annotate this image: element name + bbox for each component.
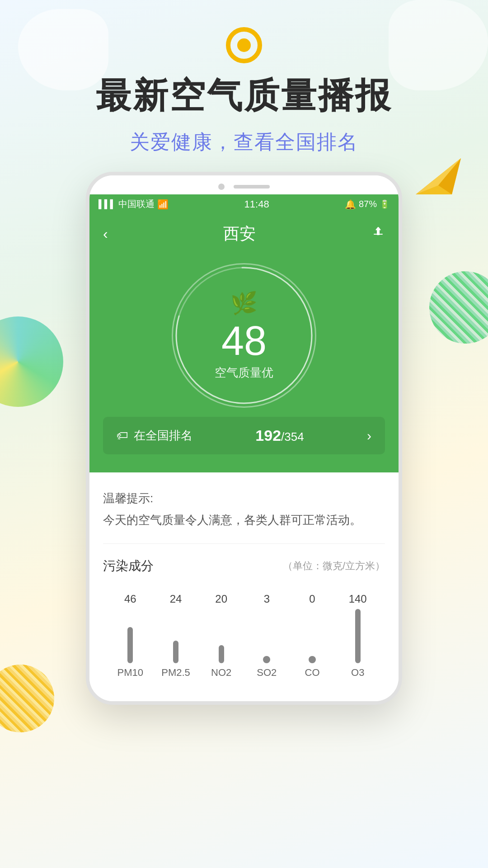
battery-percent: 87% xyxy=(359,199,377,209)
pollutant-bar-container xyxy=(173,609,178,663)
pollutant-value: 140 xyxy=(349,593,367,605)
aqi-value: 48 xyxy=(221,321,267,361)
pollutant-bar-container xyxy=(127,609,133,663)
city-title: 西安 xyxy=(223,223,256,245)
phone-mockup: ▌▌▌ 中国联通 📶 11:48 🔔 87% 🔋 ‹ 西安 xyxy=(86,172,402,705)
pollutants-unit: （单位：微克/立方米） xyxy=(283,559,385,573)
pollutant-name: SO2 xyxy=(257,667,277,679)
pollutants-title: 污染成分 xyxy=(103,557,154,575)
pollutant-item: 24PM2.5 xyxy=(153,593,199,679)
pollutants-chart: 46PM1024PM2.520NO23SO20CO140O3 xyxy=(103,588,385,679)
alarm-icon: 🔔 xyxy=(345,199,356,210)
pollutant-item: 140O3 xyxy=(335,593,380,679)
pollutant-value: 46 xyxy=(124,593,136,605)
aqi-label: 空气质量优 xyxy=(215,365,273,381)
pollutants-header: 污染成分 （单位：微克/立方米） xyxy=(103,557,385,575)
aqi-circle-container: 🌿 48 空气质量优 xyxy=(172,263,316,408)
phone-camera xyxy=(218,184,225,190)
ranking-number: 192/354 xyxy=(255,427,304,444)
pollutant-bar xyxy=(173,641,178,663)
pollutant-bar xyxy=(127,627,133,663)
pollutant-bar xyxy=(219,645,224,663)
pollutant-item: 3SO2 xyxy=(244,593,290,679)
battery-icon: 🔋 xyxy=(380,199,389,209)
pollutant-bar-container xyxy=(355,609,361,663)
ranking-info: 🏷 在全国排名 xyxy=(117,428,192,443)
pollutant-dot xyxy=(309,656,316,663)
pollutant-bar-container xyxy=(263,609,270,663)
pollutant-name: O3 xyxy=(351,667,364,679)
decorative-arrow xyxy=(411,154,465,201)
app-header: ‹ 西安 xyxy=(89,214,399,254)
tip-text: 今天的空气质量令人满意，各类人群可正常活动。 xyxy=(103,511,385,530)
wifi-icon: 📶 xyxy=(157,199,169,210)
pollutant-value: 20 xyxy=(215,593,227,605)
sub-title: 关爱健康，查看全国排名 xyxy=(0,129,488,156)
decorative-circle-right xyxy=(429,271,488,344)
tip-title: 温馨提示: xyxy=(103,491,385,506)
top-section: 最新空气质量播报 关爱健康，查看全国排名 xyxy=(0,0,488,156)
pollutant-bar-container xyxy=(309,609,316,663)
aqi-leaf-icon: 🌿 xyxy=(230,291,258,316)
pollutants-section: 污染成分 （单位：微克/立方米） 46PM1024PM2.520NO23SO20… xyxy=(103,544,385,688)
content-area: 温馨提示: 今天的空气质量令人满意，各类人群可正常活动。 污染成分 （单位：微克… xyxy=(89,472,399,701)
back-button[interactable]: ‹ xyxy=(103,226,108,242)
pollutant-name: PM10 xyxy=(117,667,143,679)
tip-section: 温馨提示: 今天的空气质量令人满意，各类人群可正常活动。 xyxy=(103,486,385,544)
phone-container: ▌▌▌ 中国联通 📶 11:48 🔔 87% 🔋 ‹ 西安 xyxy=(86,172,402,705)
ranking-bar[interactable]: 🏷 在全国排名 192/354 › xyxy=(103,417,385,454)
status-left: ▌▌▌ 中国联通 📶 xyxy=(99,198,169,210)
pollutant-name: NO2 xyxy=(211,667,231,679)
pollutant-dot xyxy=(263,656,270,663)
phone-speaker xyxy=(234,185,270,189)
ranking-flag-icon: 🏷 xyxy=(117,429,128,443)
pollutant-item: 46PM10 xyxy=(108,593,153,679)
ranking-text: 在全国排名 xyxy=(134,428,192,443)
aqi-circle-bg: 🌿 48 空气质量优 xyxy=(172,263,316,408)
pollutant-value: 0 xyxy=(309,593,315,605)
pollutant-item: 0CO xyxy=(290,593,335,679)
aqi-section: 🌿 48 空气质量优 🏷 在全国排名 192/354 › xyxy=(89,254,399,472)
status-right: 🔔 87% 🔋 xyxy=(345,199,389,210)
decorative-circle-left xyxy=(0,316,63,407)
carrier-name: 中国联通 xyxy=(118,198,155,210)
pollutant-item: 20NO2 xyxy=(198,593,244,679)
share-button[interactable] xyxy=(371,226,385,242)
pollutant-name: PM2.5 xyxy=(161,667,190,679)
pollutant-bar-container xyxy=(219,609,224,663)
phone-top-bar xyxy=(89,175,399,194)
status-time: 11:48 xyxy=(244,198,269,210)
pollutant-value: 3 xyxy=(264,593,270,605)
pollutant-name: CO xyxy=(305,667,320,679)
pollutant-bar xyxy=(355,609,361,663)
main-title: 最新空气质量播报 xyxy=(0,72,488,120)
status-bar: ▌▌▌ 中国联通 📶 11:48 🔔 87% 🔋 xyxy=(89,194,399,214)
signal-icon: ▌▌▌ xyxy=(99,199,116,209)
sun-icon xyxy=(226,27,262,63)
decorative-circle-bottom-left xyxy=(0,665,54,732)
pollutant-value: 24 xyxy=(170,593,182,605)
ranking-chevron-icon: › xyxy=(367,428,371,443)
